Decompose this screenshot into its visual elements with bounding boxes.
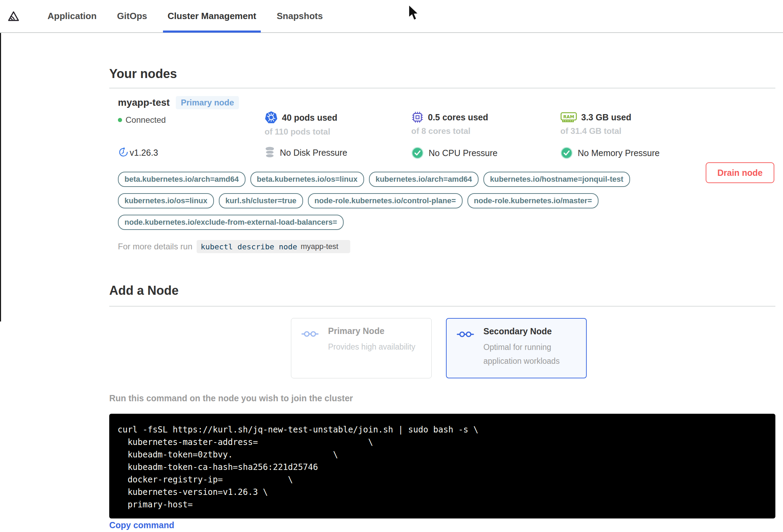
node-name: myapp-test	[118, 97, 170, 108]
tab-snapshots[interactable]: Snapshots	[272, 0, 327, 33]
node-label-pill: beta.kubernetes.io/arch=amd64	[118, 172, 246, 187]
cpu-pressure-label: No CPU Pressure	[429, 148, 498, 158]
code-line: docker-registry-ip= \	[118, 473, 767, 486]
app-logo-icon[interactable]	[8, 10, 19, 23]
code-line: kubernetes-master-address= \	[118, 436, 767, 448]
svg-text:RAM: RAM	[563, 114, 574, 119]
tab-application[interactable]: Application	[43, 0, 101, 33]
top-nav: Application GitOps Cluster Management Sn…	[0, 0, 783, 33]
cores-used-label: 0.5 cores used	[428, 112, 488, 122]
primary-node-card-desc: Provides high availability	[328, 340, 422, 354]
node-status-label: Connected	[126, 115, 166, 125]
primary-node-card[interactable]: Primary Node Provides high availability	[291, 318, 432, 378]
ram-stat: RAM 3.3 GB used of 31.4 GB total	[560, 111, 631, 136]
primary-node-badge: Primary node	[176, 96, 239, 109]
code-line: kubeadm-token=0ztbvy. \	[118, 448, 767, 461]
node-label-pill: kubernetes.io/os=linux	[118, 193, 214, 208]
memory-pressure-label: No Memory Pressure	[578, 148, 660, 158]
secondary-node-card[interactable]: Secondary Node Optimal for running appli…	[446, 318, 587, 378]
pods-stat: 40 pods used of 110 pods total	[265, 111, 337, 137]
window-left-edge	[0, 33, 1, 321]
node-label-pill: kubernetes.io/hostname=jonquil-test	[483, 172, 630, 187]
node-label-pill: node-role.kubernetes.io/control-plane=	[308, 193, 463, 208]
disk-pressure-label: No Disk Pressure	[280, 148, 347, 158]
kubectl-command: kubectl describe node	[201, 242, 297, 251]
cores-total-label: of 8 cores total	[411, 126, 488, 136]
node-label-pill: node.kubernetes.io/exclude-from-external…	[118, 215, 344, 230]
code-line: curl -fsSL https://kurl.sh/jq-new-test-u…	[118, 423, 767, 436]
section-divider	[109, 88, 775, 88]
drain-node-button[interactable]: Drain node	[706, 162, 774, 183]
copy-command-link[interactable]: Copy command	[109, 520, 174, 530]
add-node-title: Add a Node	[109, 283, 179, 298]
ram-icon: RAM	[560, 111, 577, 123]
nav-tabs: Application GitOps Cluster Management Sn…	[43, 0, 339, 33]
your-nodes-title: Your nodes	[109, 67, 177, 81]
disk-icon	[265, 147, 275, 158]
node-label-pill: kurl.sh/cluster=true	[219, 193, 303, 208]
node-details-hint: For more details run kubectl describe no…	[118, 240, 350, 253]
pods-total-label: of 110 pods total	[265, 127, 337, 137]
node-type-options: Primary Node Provides high availability …	[291, 318, 587, 378]
version-update-icon	[118, 147, 129, 158]
cpu-icon	[411, 111, 424, 123]
join-instruction: Run this command on the node you wish to…	[109, 393, 353, 403]
secondary-node-card-desc: Optimal for running application workload…	[483, 340, 577, 368]
section-divider	[109, 306, 775, 307]
memory-pressure: No Memory Pressure	[560, 147, 660, 159]
node-label-pill: kubernetes.io/arch=amd64	[369, 172, 479, 187]
node-status: Connected	[118, 115, 166, 125]
join-command-block: curl -fsSL https://kurl.sh/jq-new-test-u…	[109, 414, 775, 518]
node-link-icon	[457, 331, 474, 338]
tab-gitops[interactable]: GitOps	[113, 0, 152, 33]
node-label-pill: node-role.kubernetes.io/master=	[467, 193, 599, 208]
node-link-icon	[301, 330, 319, 338]
node-version-label: v1.26.3	[130, 148, 158, 158]
kubectl-command-chip: kubectl describe node myapp-test	[197, 240, 350, 253]
code-line: kubeadm-token-ca-hash=sha256:221d25746	[118, 461, 767, 473]
secondary-node-card-title: Secondary Node	[483, 326, 552, 336]
pods-used-label: 40 pods used	[282, 113, 337, 123]
main-content: Your nodes myapp-test Primary node Conne…	[109, 33, 775, 532]
tab-cluster-management[interactable]: Cluster Management	[163, 0, 261, 33]
details-prefix: For more details run	[118, 242, 192, 251]
cpu-pressure: No CPU Pressure	[411, 147, 498, 159]
node-labels: beta.kubernetes.io/arch=amd64 beta.kuber…	[118, 172, 700, 230]
cpu-stat: 0.5 cores used of 8 cores total	[411, 111, 488, 136]
code-line: kubernetes-version=v1.26.3 \	[118, 486, 767, 498]
node-version: v1.26.3	[118, 147, 158, 158]
kubectl-node-name: myapp-test	[301, 242, 338, 251]
node-header: myapp-test Primary node	[118, 96, 239, 109]
ram-used-label: 3.3 GB used	[581, 112, 631, 122]
kubernetes-icon	[265, 111, 278, 124]
check-icon	[411, 147, 424, 159]
ram-total-label: of 31.4 GB total	[560, 126, 631, 136]
mouse-cursor	[408, 4, 420, 22]
check-icon	[560, 147, 573, 159]
code-line: primary-host=	[118, 498, 767, 511]
disk-pressure: No Disk Pressure	[265, 147, 347, 158]
primary-node-card-title: Primary Node	[328, 326, 385, 336]
node-label-pill: beta.kubernetes.io/os=linux	[250, 172, 364, 187]
connected-dot-icon	[118, 118, 122, 122]
